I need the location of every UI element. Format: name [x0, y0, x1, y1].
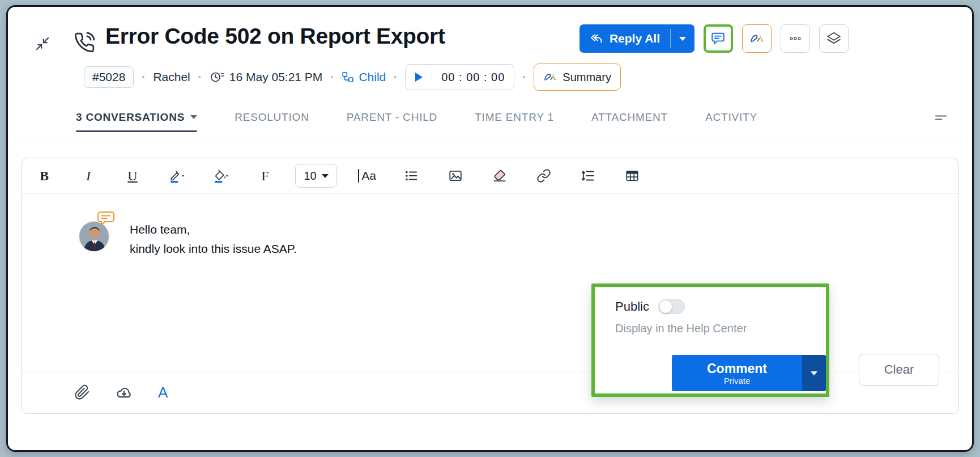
- layers-icon: [826, 31, 841, 46]
- comment-dropdown[interactable]: [802, 355, 826, 391]
- ticket-window: Error Code 502 on Report Export Reply Al…: [6, 5, 974, 452]
- clear-button[interactable]: Clear: [859, 354, 939, 386]
- separator-dot: ·: [330, 70, 334, 84]
- image-icon: [448, 168, 463, 183]
- bold-label: B: [40, 168, 49, 184]
- font-label: F: [261, 168, 269, 184]
- timer-play-button[interactable]: [406, 65, 432, 90]
- requester-name: Rachel: [153, 70, 190, 84]
- cloud-download-icon: [116, 384, 132, 400]
- attach-file-button[interactable]: [74, 384, 90, 400]
- summary-button[interactable]: Summary: [534, 64, 621, 91]
- line-spacing-button[interactable]: [574, 163, 602, 188]
- message-line: Hello team,: [130, 220, 297, 239]
- message-body: Hello team, kindly look into this issue …: [130, 220, 297, 259]
- paint-bucket-icon: [212, 168, 229, 183]
- underline-button[interactable]: U: [118, 163, 147, 188]
- tabs-row: 3 CONVERSATIONS RESOLUTION PARENT - CHIL…: [8, 98, 972, 137]
- public-label: Public: [615, 299, 649, 314]
- highlight-color-button[interactable]: [207, 163, 235, 188]
- font-family-button[interactable]: F: [251, 163, 279, 188]
- child-hierarchy-icon: [342, 71, 354, 83]
- chevron-down-icon: [679, 37, 686, 41]
- reply-all-dropdown[interactable]: [671, 24, 694, 53]
- more-options-button[interactable]: [781, 24, 810, 53]
- public-toggle[interactable]: [658, 299, 685, 314]
- bullet-list-button[interactable]: [397, 163, 425, 188]
- sort-lines-icon: [932, 111, 949, 124]
- table-icon: [625, 168, 640, 183]
- chevron-down-icon: [190, 115, 197, 119]
- ticket-meta-row: #5028 · Rachel · 16 May 05:21 PM ·: [84, 64, 621, 91]
- created-time: 16 May 05:21 PM: [210, 70, 323, 84]
- chevron-down-icon: [811, 371, 817, 375]
- reply-all-main[interactable]: Reply All: [580, 24, 670, 53]
- toggle-knob: [659, 301, 672, 313]
- comment-visibility-popover: Public Display in the Help Center Commen…: [591, 283, 829, 397]
- zia-button[interactable]: [742, 24, 772, 53]
- tab-resolution[interactable]: RESOLUTION: [235, 111, 309, 124]
- comment-split-button: Comment Private: [672, 355, 826, 391]
- pen-color-icon: [168, 168, 185, 183]
- comment-visibility-label: Private: [724, 376, 751, 386]
- tab-label: 3 CONVERSATIONS: [76, 111, 185, 124]
- phone-channel-icon: [74, 32, 95, 53]
- zia-icon: [749, 32, 764, 45]
- separator-dot: ·: [141, 70, 146, 84]
- timer-value: 00 : 00 : 00: [432, 71, 514, 84]
- zia-icon: [543, 71, 557, 83]
- child-label: Child: [359, 70, 386, 84]
- editor-toolbar: B I U: [22, 158, 958, 194]
- chevron-down-icon: [322, 174, 329, 178]
- separator-dot: ·: [198, 70, 202, 84]
- tab-conversations[interactable]: 3 CONVERSATIONS: [76, 111, 197, 124]
- eraser-button[interactable]: [485, 163, 514, 188]
- public-toggle-row: Public: [615, 299, 685, 314]
- cloud-attach-button[interactable]: [116, 384, 132, 400]
- separator-dot: ·: [522, 70, 526, 84]
- aa-label: Aa: [361, 169, 376, 183]
- italic-button[interactable]: I: [74, 163, 103, 188]
- text-case-button[interactable]: Aa: [353, 163, 381, 188]
- play-icon: [415, 73, 423, 82]
- collapse-button[interactable]: [34, 35, 51, 52]
- reply-all-button[interactable]: Reply All: [580, 24, 694, 53]
- reply-all-icon: [590, 32, 603, 45]
- comment-mode-button[interactable]: [704, 24, 733, 53]
- comment-icon: [711, 32, 726, 45]
- tab-attachment[interactable]: ATTACHMENT: [591, 111, 668, 124]
- datetime-text: 16 May 05:21 PM: [229, 70, 323, 84]
- font-color-label: A: [158, 384, 168, 401]
- text-cursor-icon: [358, 169, 359, 183]
- header-actions: Reply All: [580, 24, 849, 53]
- bold-button[interactable]: B: [30, 163, 58, 188]
- insert-image-button[interactable]: [441, 163, 470, 188]
- tab-parent-child[interactable]: PARENT - CHILD: [347, 111, 437, 124]
- separator-dot: ·: [393, 70, 398, 84]
- clock-icon: [210, 70, 225, 84]
- insert-link-button[interactable]: [530, 163, 558, 188]
- child-ticket-link[interactable]: Child: [342, 70, 386, 84]
- tab-time-entry[interactable]: TIME ENTRY 1: [475, 111, 554, 124]
- summary-label: Summary: [563, 71, 611, 84]
- text-color-button[interactable]: [163, 163, 191, 188]
- underline-label: U: [127, 168, 137, 184]
- font-color-button[interactable]: A: [158, 384, 168, 401]
- layers-button[interactable]: [819, 24, 849, 53]
- eraser-icon: [492, 168, 507, 183]
- public-help-text: Display in the Help Center: [615, 322, 747, 335]
- font-size-select[interactable]: 10: [295, 164, 337, 188]
- line-spacing-icon: [581, 168, 595, 183]
- ticket-id-badge: #5028: [84, 66, 134, 88]
- comment-button[interactable]: Comment Private: [672, 355, 802, 391]
- bullet-list-icon: [404, 168, 419, 183]
- sender-avatar-wrap: [79, 221, 109, 252]
- message-line: kindly look into this issue ASAP.: [130, 239, 297, 259]
- page-title: Error Code 502 on Report Export: [105, 24, 445, 49]
- tab-activity[interactable]: ACTIVITY: [705, 111, 757, 124]
- paperclip-icon: [74, 384, 90, 400]
- comment-badge-icon: [97, 211, 115, 227]
- insert-table-button[interactable]: [618, 163, 646, 188]
- view-options-button[interactable]: [932, 111, 949, 124]
- reply-all-label: Reply All: [610, 32, 660, 45]
